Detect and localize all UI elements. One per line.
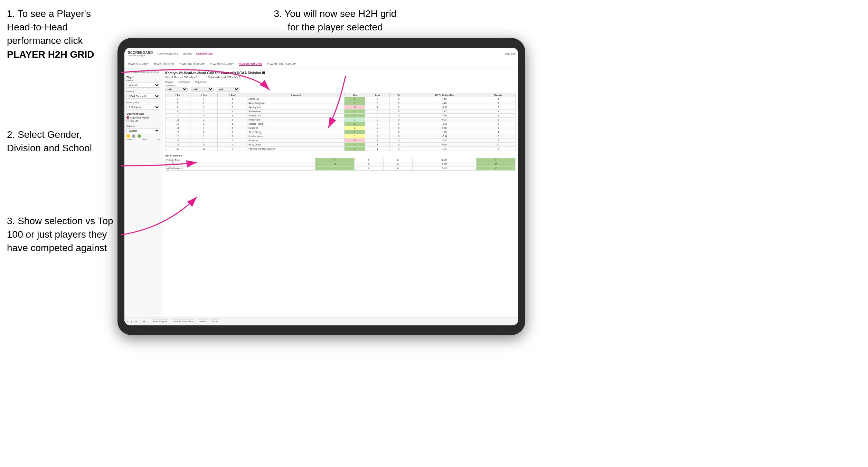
cell-rounds: 4 — [481, 114, 515, 118]
ood-win: 5 — [315, 166, 354, 171]
bottom-toolbar: ↩ | ↪ | ⊕ | View: Original Save Custom V… — [124, 317, 518, 325]
opponents-played-radio[interactable]: Opponents Played — [126, 116, 160, 119]
step1-bold: PLAYER H2H GRID — [7, 49, 94, 60]
cell-loss: 0 — [365, 114, 390, 118]
conf-filter-select[interactable]: (All) — [191, 87, 214, 92]
timestamp: Last Updated: 27/03/2024 16:55:38 — [126, 71, 160, 73]
cell-opponent: Sydney Kuo — [247, 105, 345, 109]
cell-reg: 8 — [190, 130, 217, 134]
cell-conf: 1 — [217, 97, 247, 101]
cell-diff: 1.25 — [408, 130, 481, 134]
logo-sub: Powered by clippd — [128, 55, 153, 57]
view-original-btn[interactable]: View: Original — [151, 320, 169, 323]
ood-tie: 0 — [384, 158, 413, 162]
cell-opponent: Alexis Sudjianto — [247, 101, 345, 105]
cell-opponent: Federica Domecq Lacroze — [247, 147, 345, 151]
cell-rounds: 2 — [481, 122, 515, 126]
player-label: Player — [126, 76, 160, 78]
tablet-screen: SCOREBOARD Powered by clippd TOURNAMENTS… — [124, 48, 518, 325]
cell-diff: -1.00 — [408, 105, 481, 109]
nav-teams[interactable]: TEAMS — [182, 52, 192, 55]
opponents-filter-select[interactable]: (All) — [165, 87, 188, 92]
cell-opponent: Eunice Yi — [247, 126, 345, 130]
cell-opponent: Jessica Mason — [247, 134, 345, 139]
cell-reg: 11 — [190, 147, 217, 151]
cell-reg: 2 — [190, 101, 217, 105]
ood-loss: 0 — [354, 166, 383, 171]
gender-select[interactable]: Women's — [126, 83, 160, 88]
table-row: 9 1 4 Sharon Mun 1 0 0 3.67 3 — [166, 109, 516, 114]
cell-rounds: 7 — [481, 134, 515, 139]
nav-tournaments[interactable]: TOURNAMENTS — [157, 52, 178, 55]
colour-by-select[interactable]: Win/loss — [126, 128, 160, 133]
opponents-filter-group: Opponents: (All) — [165, 85, 188, 92]
step3-bottom-text: 3. Show selection vs Top 100 or just pla… — [7, 216, 113, 253]
cell-tie: 0 — [390, 147, 408, 151]
nav-sign-out[interactable]: Sign out — [505, 52, 515, 55]
subnav-team-summary[interactable]: TEAM SUMMARY — [128, 63, 149, 66]
ood-tie: 0 — [384, 162, 413, 166]
save-custom-btn[interactable]: Save Custom View — [172, 320, 195, 323]
ood-loss: 0 — [354, 158, 383, 162]
division-label: Division — [126, 90, 160, 93]
table-row: 20 11 7 Federica Domecq Lacroze 2 1 0 1.… — [166, 147, 516, 151]
cell-loss: 1 — [365, 139, 390, 143]
cell-tie: 0 — [390, 105, 408, 109]
grid-area: Katelyn Vo Head-to-Head Grid for Women's… — [162, 68, 518, 325]
undo-icon[interactable]: ↩ — [126, 320, 129, 323]
legend-up-dot — [138, 134, 141, 138]
ood-loss: 0 — [354, 162, 383, 166]
redo-icon[interactable]: ↪ — [135, 320, 137, 323]
subnav-player-h2h-heatmap[interactable]: PLAYER H2H HEATMAP — [267, 63, 296, 66]
cell-div: 16 — [166, 134, 190, 139]
tablet-frame: SCOREBOARD Powered by clippd TOURNAMENTS… — [117, 38, 525, 335]
ood-diff: 9.267 — [413, 162, 477, 166]
top-100-radio[interactable]: Top 100 — [126, 120, 160, 122]
cell-div: 13 — [166, 122, 190, 126]
cell-diff: 3.67 — [408, 109, 481, 114]
th-div: # Div — [166, 93, 190, 97]
cell-opponent: Emily Chang — [247, 143, 345, 147]
cell-conf: 2 — [217, 101, 247, 105]
cell-diff: 0.38 — [408, 126, 481, 130]
instruction-step3-bottom: 3. Show selection vs Top 100 or just pla… — [7, 214, 114, 255]
subnav-player-h2h-grid[interactable]: PLAYER H2H GRID — [239, 62, 262, 66]
ood-name: Foreign Team — [166, 158, 315, 162]
cell-diff: -0.94 — [408, 134, 481, 139]
cell-win: 4 — [344, 143, 365, 147]
th-tie: Tie — [390, 93, 408, 97]
ood-diff: 7.400 — [413, 166, 477, 171]
subnav-player-summary[interactable]: PLAYER SUMMARY — [210, 63, 234, 66]
cell-win: 1 — [344, 97, 365, 101]
cell-win: 1 — [344, 134, 365, 139]
cell-reg: 3 — [190, 105, 217, 109]
ood-name: NCAA Division 2 — [166, 166, 315, 171]
cell-reg: 2 — [190, 118, 217, 122]
share-btn[interactable]: Share — [210, 320, 219, 323]
zoom-icon[interactable]: ⊕ — [143, 320, 145, 323]
cell-rounds: 9 — [481, 126, 515, 130]
cell-reg: 2 — [190, 139, 217, 143]
division-select[interactable]: NCAA Division III — [126, 94, 160, 99]
cell-loss: 1 — [365, 143, 390, 147]
cell-conf: 4 — [217, 109, 247, 114]
cell-tie: 0 — [390, 143, 408, 147]
separator3: | — [148, 320, 149, 323]
cell-rounds: 3 — [481, 109, 515, 114]
subnav-team-h2h-grid[interactable]: TEAM H2H GRID — [154, 63, 174, 66]
cell-diff: 4.00 — [408, 114, 481, 118]
opp-filter-select[interactable]: (All) — [217, 87, 239, 92]
cell-rounds: 4 — [481, 97, 515, 101]
player-rank-select[interactable]: 8. Katelyn Vo — [126, 105, 160, 110]
cell-conf: 3 — [217, 105, 247, 109]
nav-committee[interactable]: COMMITTEE — [196, 52, 213, 55]
ood-tie: 0 — [384, 166, 413, 171]
cell-win: 1 — [344, 101, 365, 105]
cell-rounds: 3 — [481, 101, 515, 105]
subnav-team-h2h-heatmap[interactable]: TEAM H2H HEATMAP — [179, 63, 205, 66]
cell-win: 2 — [344, 122, 365, 126]
cell-conf: 5 — [217, 130, 247, 134]
th-diff: Diff Av Strokes/Rnd — [408, 93, 481, 97]
watch-btn[interactable]: Watch — [198, 320, 207, 323]
player-rank-label: Player (Rank) — [126, 102, 160, 104]
